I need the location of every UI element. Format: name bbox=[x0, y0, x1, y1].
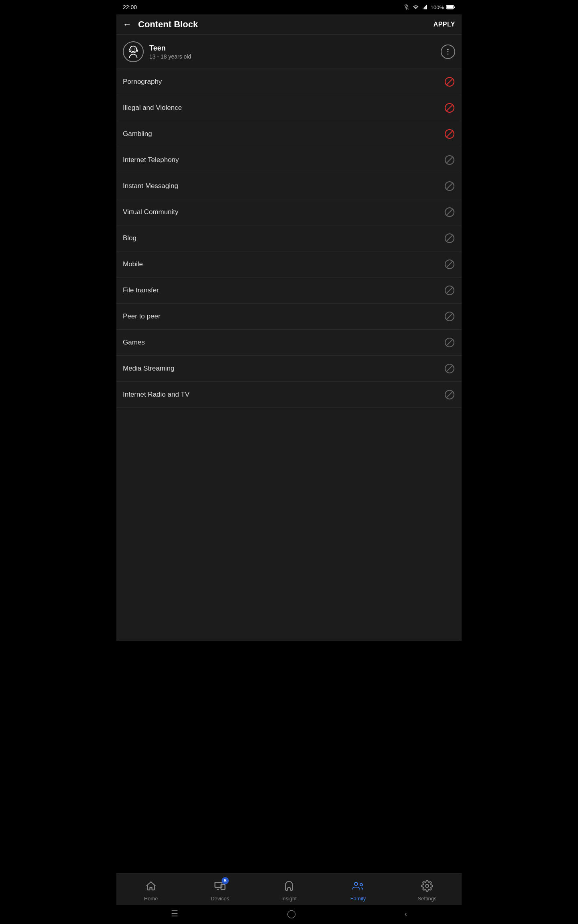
home-nav-icon bbox=[145, 880, 157, 892]
svg-rect-2 bbox=[425, 6, 426, 10]
svg-line-16 bbox=[446, 105, 453, 111]
nav-item-insight[interactable]: Insight bbox=[254, 879, 324, 902]
content-list: Pornography Illegal and Violence Gamblin… bbox=[116, 69, 462, 641]
svg-line-26 bbox=[446, 235, 453, 241]
item-label: Peer to peer bbox=[123, 312, 161, 320]
content-item[interactable]: Peer to peer bbox=[116, 304, 462, 330]
block-icon bbox=[444, 285, 455, 296]
content-item[interactable]: File transfer bbox=[116, 278, 462, 304]
block-icon bbox=[444, 76, 455, 87]
item-label: Games bbox=[123, 338, 145, 346]
svg-rect-5 bbox=[447, 6, 453, 8]
nav-label-settings: Settings bbox=[418, 896, 437, 902]
disabled-gray-icon bbox=[444, 259, 455, 270]
blocked-red-icon bbox=[444, 77, 455, 87]
system-home-button[interactable]: ◯ bbox=[287, 909, 296, 918]
svg-rect-0 bbox=[423, 8, 423, 9]
content-item[interactable]: Blog bbox=[116, 225, 462, 251]
block-icon bbox=[444, 102, 455, 113]
disabled-gray-icon bbox=[444, 155, 455, 165]
item-label: Gambling bbox=[123, 130, 152, 138]
svg-point-10 bbox=[448, 51, 449, 53]
item-label: Internet Telephony bbox=[123, 156, 179, 164]
svg-rect-6 bbox=[454, 6, 455, 8]
content-item[interactable]: Games bbox=[116, 330, 462, 356]
svg-line-36 bbox=[446, 365, 453, 372]
nav-icon-family bbox=[351, 879, 365, 893]
svg-line-30 bbox=[446, 287, 453, 294]
content-item[interactable]: Virtual Community bbox=[116, 199, 462, 225]
block-icon bbox=[444, 233, 455, 244]
nav-icon-insight bbox=[282, 879, 296, 893]
item-label: Virtual Community bbox=[123, 208, 179, 216]
block-icon bbox=[444, 180, 455, 192]
content-item[interactable]: Gambling bbox=[116, 121, 462, 147]
svg-line-38 bbox=[446, 391, 453, 398]
nav-icon-settings bbox=[420, 879, 434, 893]
svg-line-14 bbox=[446, 79, 453, 85]
disabled-gray-icon bbox=[444, 181, 455, 191]
content-item[interactable]: Internet Telephony bbox=[116, 147, 462, 173]
item-label: Pornography bbox=[123, 78, 162, 86]
nav-item-settings[interactable]: Settings bbox=[393, 879, 462, 902]
svg-point-9 bbox=[134, 49, 135, 49]
block-icon bbox=[444, 128, 455, 140]
content-item[interactable]: Mobile bbox=[116, 251, 462, 278]
content-item[interactable]: Illegal and Violence bbox=[116, 95, 462, 121]
block-icon bbox=[444, 389, 455, 400]
nav-badge-devices: 5 bbox=[222, 877, 229, 884]
block-icon bbox=[444, 337, 455, 348]
mute-icon bbox=[403, 4, 410, 10]
block-icon bbox=[444, 311, 455, 322]
disabled-gray-icon bbox=[444, 207, 455, 217]
nav-label-home: Home bbox=[144, 896, 158, 902]
disabled-gray-icon bbox=[444, 233, 455, 243]
item-label: Internet Radio and TV bbox=[123, 391, 189, 399]
status-bar: 22:00 100% bbox=[116, 0, 462, 14]
nav-item-family[interactable]: Family bbox=[324, 879, 393, 902]
item-label: File transfer bbox=[123, 286, 159, 294]
svg-point-11 bbox=[448, 49, 449, 50]
wifi-icon bbox=[412, 4, 419, 10]
content-item[interactable]: Instant Messaging bbox=[116, 173, 462, 199]
profile-name: Teen bbox=[149, 44, 191, 53]
nav-icon-home bbox=[144, 879, 158, 893]
item-label: Blog bbox=[123, 234, 136, 242]
block-icon bbox=[444, 259, 455, 270]
content-item[interactable]: Media Streaming bbox=[116, 356, 462, 382]
svg-rect-1 bbox=[424, 7, 425, 9]
profile-age: 13 - 18 years old bbox=[149, 53, 191, 60]
blocked-red-icon bbox=[444, 129, 455, 139]
svg-line-18 bbox=[446, 131, 453, 137]
system-nav: ☰ ◯ ‹ bbox=[116, 905, 462, 924]
system-back-button[interactable]: ‹ bbox=[405, 909, 407, 918]
nav-label-family: Family bbox=[350, 896, 366, 902]
item-label: Media Streaming bbox=[123, 365, 175, 373]
svg-line-28 bbox=[446, 261, 453, 267]
battery-text: 100% bbox=[431, 4, 444, 10]
disabled-gray-icon bbox=[444, 363, 455, 374]
content-item[interactable]: Pornography bbox=[116, 69, 462, 95]
svg-point-42 bbox=[354, 882, 358, 886]
svg-point-12 bbox=[448, 54, 449, 55]
battery-icon bbox=[446, 5, 455, 10]
insight-nav-icon bbox=[283, 880, 295, 892]
nav-icon-devices: 5 bbox=[213, 879, 227, 893]
svg-point-8 bbox=[132, 49, 132, 49]
options-button[interactable] bbox=[441, 45, 455, 59]
apply-button[interactable]: APPLY bbox=[434, 21, 455, 28]
item-label: Instant Messaging bbox=[123, 182, 178, 190]
content-item[interactable]: Internet Radio and TV bbox=[116, 382, 462, 408]
teen-avatar bbox=[123, 41, 144, 62]
back-button[interactable]: ← bbox=[123, 19, 132, 30]
nav-label-insight: Insight bbox=[281, 896, 297, 902]
system-menu-button[interactable]: ☰ bbox=[171, 909, 178, 918]
disabled-gray-icon bbox=[444, 311, 455, 322]
nav-item-home[interactable]: Home bbox=[116, 879, 185, 902]
profile-info: Teen 13 - 18 years old bbox=[149, 44, 191, 60]
disabled-gray-icon bbox=[444, 337, 455, 348]
bottom-nav: Home5DevicesInsightFamilySettings bbox=[116, 873, 462, 905]
options-icon bbox=[444, 48, 452, 56]
nav-item-devices[interactable]: 5Devices bbox=[185, 879, 254, 902]
settings-nav-icon bbox=[421, 880, 433, 892]
